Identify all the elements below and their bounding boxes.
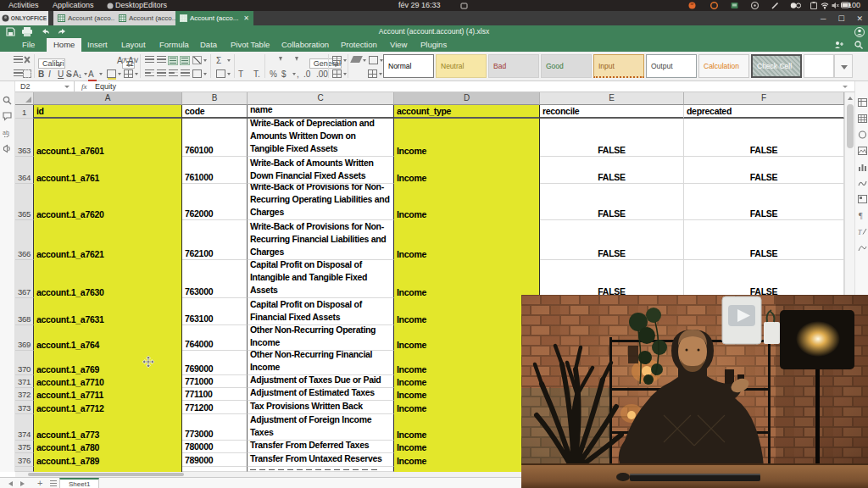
autosum-icon[interactable]: Σ xyxy=(216,56,221,65)
align-left-icon[interactable] xyxy=(145,69,154,77)
cell-deprecated[interactable]: FALSE xyxy=(684,220,844,260)
column-title-id[interactable]: id xyxy=(34,105,182,119)
cell-name[interactable]: Write-Back of Provisions for Non-Recurri… xyxy=(248,220,394,260)
cell-id[interactable]: account.1_a7711 xyxy=(34,388,182,401)
cell-id[interactable]: account.1_a7712 xyxy=(34,401,182,414)
dec-decimal-icon[interactable]: .0 xyxy=(303,69,310,79)
cell-account-type[interactable]: Income xyxy=(394,298,540,325)
cell-deprecated[interactable]: FALSE xyxy=(684,119,844,157)
clock[interactable]: fév 29 16:33 xyxy=(398,0,441,11)
maximize-button[interactable]: ☐ xyxy=(837,14,844,23)
column-header-B[interactable]: B xyxy=(182,92,248,105)
menu-file[interactable]: File xyxy=(15,38,42,52)
valign-top-icon[interactable] xyxy=(145,56,154,64)
cell-code[interactable]: 771100 xyxy=(182,388,248,401)
toggle-icon[interactable] xyxy=(790,2,801,11)
menu-formula[interactable]: Formula xyxy=(153,38,196,52)
cell-code[interactable]: 763100 xyxy=(182,298,248,325)
image-settings-icon[interactable] xyxy=(858,143,867,158)
row-header[interactable]: 364 xyxy=(15,157,34,184)
cell-name[interactable]: Adjustment of Taxes Due or Paid xyxy=(248,375,394,388)
formula-input[interactable]: Equity xyxy=(95,81,116,92)
font-name-combo[interactable]: Calibri xyxy=(38,58,65,69)
subscript-icon[interactable]: A₁ xyxy=(73,69,81,79)
row-header[interactable]: 369 xyxy=(15,325,34,351)
merge-cells-icon-dropdown[interactable] xyxy=(203,73,207,75)
add-sheet-button[interactable]: + xyxy=(37,478,42,488)
text-desc-icon[interactable]: T. xyxy=(253,69,260,79)
pen-icon[interactable] xyxy=(771,2,779,11)
cell-style-check-cell[interactable]: Check Cell xyxy=(751,54,802,78)
comma-icon[interactable]: , xyxy=(297,69,299,79)
cell-id[interactable]: account.1_a773 xyxy=(34,414,182,441)
formula-expand-icon[interactable] xyxy=(843,86,848,88)
cell-name[interactable]: Transfer From Deferred Taxes xyxy=(248,441,394,453)
strike-icon[interactable]: S xyxy=(66,69,72,79)
cell-style-input[interactable]: Input xyxy=(593,54,644,78)
cell-id[interactable]: account.1_a7710 xyxy=(34,375,182,388)
font-color-icon-dropdown[interactable] xyxy=(99,73,103,75)
sheet-list-icon[interactable] xyxy=(50,480,57,486)
table-settings-icon[interactable] xyxy=(858,111,867,126)
row-header[interactable]: 371 xyxy=(15,375,34,388)
increase-font-icon[interactable]: A˄ xyxy=(117,56,128,65)
chat-icon[interactable] xyxy=(751,2,759,11)
insert-cells-icon[interactable] xyxy=(332,56,342,64)
paragraph-settings-icon[interactable]: ¶ xyxy=(858,208,867,223)
window-controls[interactable]: ─ ☐ ✕ xyxy=(821,11,863,25)
underline-icon[interactable]: U xyxy=(58,69,64,79)
column-header-C[interactable]: C xyxy=(248,92,394,105)
clear-icon-dropdown[interactable] xyxy=(363,59,366,62)
column-title-account_type[interactable]: account_type xyxy=(394,105,540,119)
delete-cells-icon-dropdown[interactable] xyxy=(343,73,347,75)
cell-id[interactable]: account.1_a761 xyxy=(34,157,182,184)
row-header[interactable]: 374 xyxy=(15,414,34,441)
text-asc-icon[interactable]: T xyxy=(238,69,243,79)
user-avatar-icon[interactable] xyxy=(854,27,865,37)
cell-style-good[interactable]: Good xyxy=(541,54,592,78)
wifi-icon[interactable] xyxy=(821,2,829,11)
cell-account-type[interactable]: Income xyxy=(394,441,540,453)
cell-id[interactable]: account.1_a7630 xyxy=(34,260,182,298)
named-ranges-icon-dropdown[interactable] xyxy=(227,73,231,75)
cell-reconcile[interactable]: FALSE xyxy=(540,220,684,260)
spellcheck-icon[interactable]: ab xyxy=(3,125,12,141)
row-header[interactable]: 372 xyxy=(15,388,34,401)
align-center-icon[interactable] xyxy=(157,69,166,77)
cell-account-type[interactable]: Income xyxy=(394,375,540,388)
cell-name[interactable]: Capital Profit on Disposal ofIntangible … xyxy=(248,260,394,298)
menu-collaboration[interactable]: Collaboration xyxy=(275,38,336,52)
cell-code[interactable]: 771000 xyxy=(182,375,248,388)
cell-id[interactable]: account.1_a7621 xyxy=(34,220,182,260)
cell-code[interactable]: 762000 xyxy=(182,184,248,220)
cell-name[interactable]: Write-Back of Provisions for Non-Recurri… xyxy=(248,184,394,220)
comments-icon[interactable] xyxy=(3,109,12,125)
cell-account-type[interactable]: Income xyxy=(394,260,540,298)
borders-icon-dropdown[interactable] xyxy=(135,73,138,75)
wrap-text-icon[interactable] xyxy=(168,56,178,65)
cell-style-output[interactable]: Output xyxy=(646,54,697,78)
cell-code[interactable]: 761000 xyxy=(182,157,248,184)
cell-account-type[interactable]: Income xyxy=(394,157,540,184)
chart-settings-icon[interactable] xyxy=(858,159,867,175)
align-right-icon[interactable] xyxy=(169,69,178,77)
feedback-icon[interactable] xyxy=(3,141,12,157)
tab-close-icon[interactable]: ✕ xyxy=(243,14,249,22)
sheet-tab[interactable]: Sheet1 xyxy=(59,478,99,488)
column-title-code[interactable]: code xyxy=(182,105,248,119)
row-header[interactable]: 376 xyxy=(15,453,34,467)
cell-name[interactable]: Capital Profit on Disposal ofFinancial F… xyxy=(248,298,394,325)
cell-name-box[interactable]: D2 xyxy=(15,81,75,92)
orientation-icon-dropdown[interactable] xyxy=(203,59,207,62)
next-sheet-icon[interactable] xyxy=(20,481,25,486)
row-header[interactable]: 373 xyxy=(15,401,34,414)
valign-middle-icon[interactable] xyxy=(157,56,166,64)
cell-account-type[interactable]: Income xyxy=(394,401,540,414)
row-header[interactable]: 375 xyxy=(15,441,34,453)
desktop-editors-button[interactable]: DesktopEditors xyxy=(115,0,167,11)
menu-insert[interactable]: Insert xyxy=(81,38,114,52)
shape-settings-icon[interactable] xyxy=(858,127,867,142)
signature-settings-icon[interactable] xyxy=(858,240,867,255)
copy-style-icon[interactable] xyxy=(369,56,378,64)
cell-account-type[interactable]: Income xyxy=(394,325,540,351)
